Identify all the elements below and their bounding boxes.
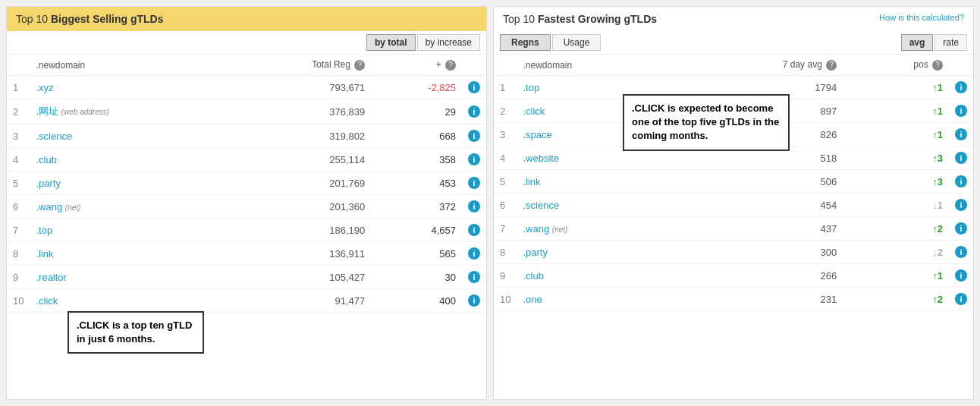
info-icon[interactable]: i bbox=[468, 153, 480, 165]
tab-usage[interactable]: Usage bbox=[552, 34, 602, 51]
btn-rate[interactable]: rate bbox=[934, 34, 967, 51]
info-icon[interactable]: i bbox=[955, 152, 967, 164]
info-icon[interactable]: i bbox=[468, 177, 480, 189]
increase-cell: 453 bbox=[371, 172, 462, 195]
domain-link[interactable]: .top bbox=[523, 82, 539, 93]
left-panel-header: Top 10 Biggest Selling gTLDs bbox=[7, 7, 486, 31]
pos-cell: ↑2 bbox=[843, 217, 949, 241]
domain-link[interactable]: .party bbox=[523, 247, 548, 258]
help-7day[interactable]: ? bbox=[826, 60, 837, 71]
domain-link[interactable]: .club bbox=[36, 154, 56, 165]
pos-cell: ↓2 bbox=[843, 241, 949, 264]
info-icon[interactable]: i bbox=[468, 271, 480, 283]
domain-link[interactable]: .link bbox=[36, 248, 53, 260]
info-icon[interactable]: i bbox=[955, 128, 967, 140]
up-arrow-icon: ↑1 bbox=[932, 129, 943, 140]
info-cell: i bbox=[462, 289, 486, 313]
info-icon[interactable]: i bbox=[468, 130, 480, 142]
table-row: 7 .wang (net) 437 ↑2 i bbox=[494, 217, 973, 241]
info-icon[interactable]: i bbox=[955, 246, 967, 258]
total-reg-cell: 201,360 bbox=[223, 195, 371, 219]
col-info-right bbox=[949, 55, 973, 76]
info-cell: i bbox=[462, 124, 486, 148]
domain-link[interactable]: .science bbox=[523, 200, 559, 211]
info-icon[interactable]: i bbox=[955, 293, 967, 305]
info-icon[interactable]: i bbox=[468, 247, 480, 260]
left-title-bold: Biggest Selling gTLDs bbox=[51, 13, 164, 25]
info-icon[interactable]: i bbox=[468, 224, 480, 236]
domain-cell: .realtor bbox=[30, 266, 223, 289]
btn-by-increase[interactable]: by increase bbox=[417, 34, 480, 51]
info-cell: i bbox=[949, 288, 973, 311]
domain-cell: .one bbox=[517, 288, 673, 311]
help-pos[interactable]: ? bbox=[932, 60, 943, 71]
table-row: 8 .party 300 ↓2 i bbox=[494, 241, 973, 264]
domain-link[interactable]: .science bbox=[36, 131, 72, 142]
col-info-left bbox=[462, 55, 486, 76]
domain-link[interactable]: .club bbox=[523, 270, 543, 282]
tab-regns[interactable]: Regns bbox=[500, 34, 551, 51]
domain-cell: .网址 (web address) bbox=[30, 99, 223, 124]
table-row: 8 .link 136,911 565 i bbox=[7, 242, 486, 266]
info-cell: i bbox=[949, 123, 973, 146]
domain-cell: .club bbox=[30, 148, 223, 172]
total-reg-cell: 105,427 bbox=[223, 266, 371, 289]
domain-link[interactable]: .space bbox=[523, 129, 551, 140]
info-icon[interactable]: i bbox=[955, 269, 967, 282]
info-icon[interactable]: i bbox=[955, 175, 967, 187]
table-row: 3 .science 319,802 668 i bbox=[7, 124, 486, 148]
pos-cell: ↑1 bbox=[843, 123, 949, 146]
domain-link[interactable]: .click bbox=[36, 295, 58, 307]
right-tabs-toolbar: Regns Usage avg rate bbox=[494, 31, 973, 55]
info-icon[interactable]: i bbox=[468, 105, 480, 118]
rank-cell: 5 bbox=[494, 170, 517, 194]
rank-cell: 4 bbox=[7, 148, 30, 172]
increase-cell: 565 bbox=[371, 242, 462, 266]
rank-cell: 3 bbox=[494, 123, 517, 146]
domain-link[interactable]: .网址 bbox=[36, 105, 58, 117]
down-arrow-icon: ↓2 bbox=[932, 247, 943, 258]
how-calc-link[interactable]: How is this calculated? bbox=[879, 13, 964, 22]
info-icon[interactable]: i bbox=[468, 81, 480, 93]
domain-link[interactable]: .wang bbox=[36, 201, 62, 212]
btn-by-total[interactable]: by total bbox=[366, 34, 416, 51]
table-row: 2 .网址 (web address) 376,839 29 i bbox=[7, 99, 486, 124]
info-icon[interactable]: i bbox=[955, 222, 967, 234]
info-cell: i bbox=[949, 264, 973, 288]
info-cell: i bbox=[949, 146, 973, 170]
info-icon[interactable]: i bbox=[955, 105, 967, 117]
domain-cell: .party bbox=[30, 172, 223, 195]
domain-link[interactable]: .xyz bbox=[36, 82, 53, 93]
info-icon[interactable]: i bbox=[468, 200, 480, 212]
avg-cell: 437 bbox=[674, 217, 843, 241]
info-icon[interactable]: i bbox=[468, 294, 480, 307]
domain-link[interactable]: .click bbox=[523, 105, 545, 117]
domain-link[interactable]: .party bbox=[36, 178, 61, 189]
btn-avg[interactable]: avg bbox=[901, 34, 934, 51]
right-table: .newdomain 7 day avg ? pos ? 1 .top 1794… bbox=[494, 55, 973, 311]
rank-cell: 5 bbox=[7, 172, 30, 195]
table-row: 10 .click 91,477 400 i bbox=[7, 289, 486, 313]
domain-link[interactable]: .realtor bbox=[36, 272, 66, 283]
domain-link[interactable]: .one bbox=[523, 294, 542, 305]
col-domain-right: .newdomain bbox=[517, 55, 673, 76]
info-icon[interactable]: i bbox=[955, 199, 967, 211]
right-title-prefix: Top 10 bbox=[503, 13, 538, 25]
rank-cell: 2 bbox=[494, 99, 517, 123]
info-cell: i bbox=[462, 76, 486, 99]
pos-cell: ↑3 bbox=[843, 146, 949, 170]
down-arrow-icon: ↓1 bbox=[932, 200, 943, 211]
rank-cell: 8 bbox=[494, 241, 517, 264]
info-cell: i bbox=[462, 242, 486, 266]
rank-cell: 4 bbox=[494, 146, 517, 170]
help-total-reg[interactable]: ? bbox=[354, 60, 365, 71]
info-cell: i bbox=[949, 241, 973, 264]
info-icon[interactable]: i bbox=[955, 81, 967, 93]
domain-link[interactable]: .wang bbox=[523, 223, 549, 234]
domain-link[interactable]: .website bbox=[523, 153, 559, 164]
domain-link[interactable]: .top bbox=[36, 225, 52, 236]
help-increase[interactable]: ? bbox=[445, 60, 456, 71]
domain-link[interactable]: .link bbox=[523, 176, 540, 187]
col-pos: pos ? bbox=[843, 55, 949, 76]
rank-cell: 9 bbox=[7, 266, 30, 289]
